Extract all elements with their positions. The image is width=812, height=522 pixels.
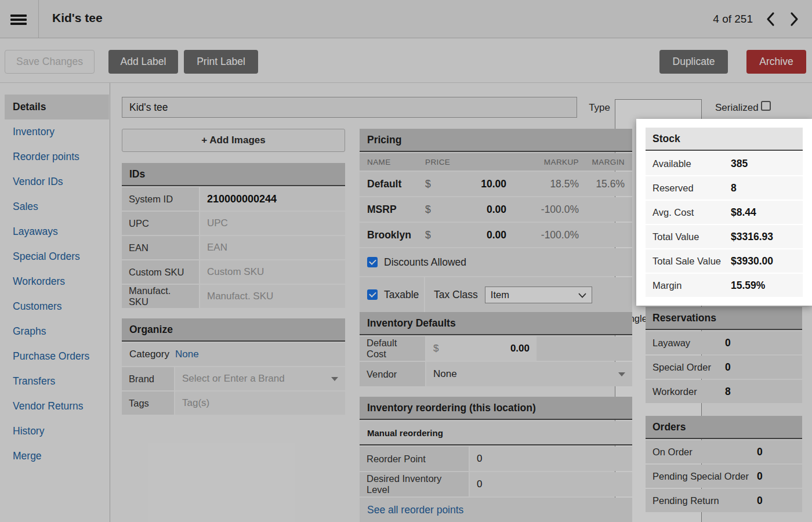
stock-margin-value: 15.59% xyxy=(731,280,765,292)
tags-row: Tags xyxy=(122,392,345,415)
page-title: Kid's tee xyxy=(52,11,103,25)
brand-placeholder: Select or Enter a Brand xyxy=(175,373,285,385)
table-row: Avg. Cost$8.44 xyxy=(646,201,803,224)
reservations-header: Reservations xyxy=(646,307,802,330)
discounts-allowed-label: Discounts Allowed xyxy=(384,256,466,269)
discounts-allowed-checkbox[interactable] xyxy=(367,257,378,267)
table-row: Reserved8 xyxy=(646,176,803,200)
add-label-button[interactable]: Add Label xyxy=(108,50,178,74)
system-id-value: 210000000244 xyxy=(200,193,284,205)
table-row: Pending Special Order0 xyxy=(646,465,802,488)
default-cost-input[interactable]: $ 0.00 xyxy=(426,336,536,361)
orders-section: Orders On Order0 Pending Special Order0 … xyxy=(646,416,802,512)
price-row-msrp: MSRP $ 0.00 -100.0% xyxy=(360,197,632,222)
left-column: + Add Images IDs System ID 210000000244 … xyxy=(122,129,345,415)
table-row: Custom SKU xyxy=(122,260,345,284)
sidebar-item-history[interactable]: History xyxy=(0,419,110,444)
desired-inventory-level-input[interactable] xyxy=(470,472,632,496)
price-input[interactable]: 10.00 xyxy=(443,178,506,190)
menu-icon[interactable] xyxy=(9,10,30,28)
sidebar-item-transfers[interactable]: Transfers xyxy=(0,369,110,394)
sidebar-item-vendor-returns[interactable]: Vendor Returns xyxy=(0,394,110,419)
tags-input[interactable] xyxy=(175,392,345,415)
price-row-brooklyn: Brooklyn $ 0.00 -100.0% xyxy=(360,223,632,247)
item-name-input[interactable] xyxy=(122,97,577,118)
brand-label: Brand xyxy=(122,367,175,390)
table-row: On Order0 xyxy=(646,440,802,463)
tags-label: Tags xyxy=(122,392,175,415)
sidebar-item-workorders[interactable]: Workorders xyxy=(0,269,110,294)
stock-available-value: 385 xyxy=(731,158,748,170)
save-changes-button[interactable]: Save Changes xyxy=(5,50,95,74)
ids-header: IDs xyxy=(122,163,345,186)
inventory-defaults-header: Inventory Defaults xyxy=(360,312,632,335)
caret-down-icon xyxy=(618,372,625,376)
stock-avg-cost-value: $8.44 xyxy=(731,206,756,219)
app-window: Kid's tee 4 of 251 Save Changes Add Labe… xyxy=(0,0,812,522)
price-row-default: Default $ 10.00 18.5% 15.6% xyxy=(360,172,632,196)
sidebar-item-details[interactable]: Details xyxy=(5,95,109,119)
chevron-right-icon[interactable] xyxy=(786,10,802,28)
taxable-label: Taxable xyxy=(384,289,419,301)
stock-total-value: $3316.93 xyxy=(731,231,773,243)
orders-header: Orders xyxy=(646,416,802,439)
sidebar-item-sales[interactable]: Sales xyxy=(0,194,110,219)
topbar: Kid's tee 4 of 251 xyxy=(0,0,812,38)
upc-input[interactable] xyxy=(200,212,345,235)
sidebar-item-vendor-ids[interactable]: Vendor IDs xyxy=(0,169,110,194)
table-row: Workorder8 xyxy=(646,380,802,403)
add-images-button[interactable]: + Add Images xyxy=(122,129,345,152)
sidebar-item-merge[interactable]: Merge xyxy=(0,444,110,469)
sidebar-item-purchase-orders[interactable]: Purchase Orders xyxy=(0,344,110,369)
inventory-defaults-section: Inventory Defaults Default Cost $ 0.00 V… xyxy=(360,312,632,386)
custom-sku-input[interactable] xyxy=(200,260,345,284)
category-value-link[interactable]: None xyxy=(175,349,199,360)
pricing-column-headers: NAME PRICE MARKUP MARGIN xyxy=(360,153,632,171)
type-label: Type xyxy=(582,102,610,114)
stock-section-highlighted: Stock Available385 Reserved8 Avg. Cost$8… xyxy=(636,119,812,306)
table-row: Margin15.59% xyxy=(646,274,803,297)
category-row: Category None xyxy=(122,343,345,366)
reservations-section: Reservations Layaway0 Special Order0 Wor… xyxy=(646,307,802,403)
brand-row: Brand Select or Enter a Brand xyxy=(122,367,345,390)
sidebar-item-special-orders[interactable]: Special Orders xyxy=(0,244,110,269)
sidebar-item-customers[interactable]: Customers xyxy=(0,294,110,319)
taxable-row: Taxable Tax Class Item xyxy=(360,277,632,312)
ean-input[interactable] xyxy=(200,236,345,259)
table-row: UPC xyxy=(122,212,345,235)
brand-select[interactable]: Select or Enter a Brand xyxy=(175,367,345,390)
table-row: Pending Return0 xyxy=(646,489,802,512)
tax-class-select[interactable]: Item xyxy=(485,287,592,303)
table-row: Total Sale Value$3930.00 xyxy=(646,249,803,273)
duplicate-button[interactable]: Duplicate xyxy=(659,50,728,74)
sidebar: Details Inventory Reorder points Vendor … xyxy=(0,83,110,522)
sidebar-item-graphs[interactable]: Graphs xyxy=(0,319,110,344)
organize-header: Organize xyxy=(122,318,345,342)
sidebar-item-layaways[interactable]: Layaways xyxy=(0,219,110,244)
taxable-checkbox[interactable] xyxy=(367,289,378,300)
price-input[interactable]: 0.00 xyxy=(443,204,506,216)
ids-section: IDs System ID 210000000244 UPC EAN Custo… xyxy=(122,163,345,308)
chevron-left-icon[interactable] xyxy=(763,10,778,28)
discounts-allowed-row: Discounts Allowed xyxy=(360,248,632,276)
stock-reserved-value: 8 xyxy=(731,182,737,194)
table-row: Manufact. SKU xyxy=(122,285,345,308)
sidebar-item-inventory[interactable]: Inventory xyxy=(0,119,110,144)
serialized-checkbox[interactable] xyxy=(761,101,771,111)
print-label-button[interactable]: Print Label xyxy=(184,50,258,74)
manual-reordering-subheader: Manual reordering xyxy=(360,421,632,445)
middle-column: Pricing NAME PRICE MARKUP MARGIN Default… xyxy=(360,129,632,522)
table-row: Total Value$3316.93 xyxy=(646,225,803,248)
reorder-point-input[interactable] xyxy=(470,447,632,471)
vendor-select[interactable]: None xyxy=(426,362,632,386)
table-row: System ID 210000000244 xyxy=(122,187,345,211)
sidebar-item-reorder-points[interactable]: Reorder points xyxy=(0,144,110,169)
manufact-sku-input[interactable] xyxy=(200,285,345,308)
stock-header: Stock xyxy=(646,128,803,151)
caret-down-icon xyxy=(331,377,338,381)
price-input[interactable]: 0.00 xyxy=(443,229,506,241)
tax-class-label: Tax Class xyxy=(434,289,478,301)
see-all-reorder-points-link[interactable]: See all reorder points xyxy=(367,504,463,516)
archive-button[interactable]: Archive xyxy=(746,50,806,74)
reorder-point-row: Reorder Point xyxy=(360,447,632,471)
